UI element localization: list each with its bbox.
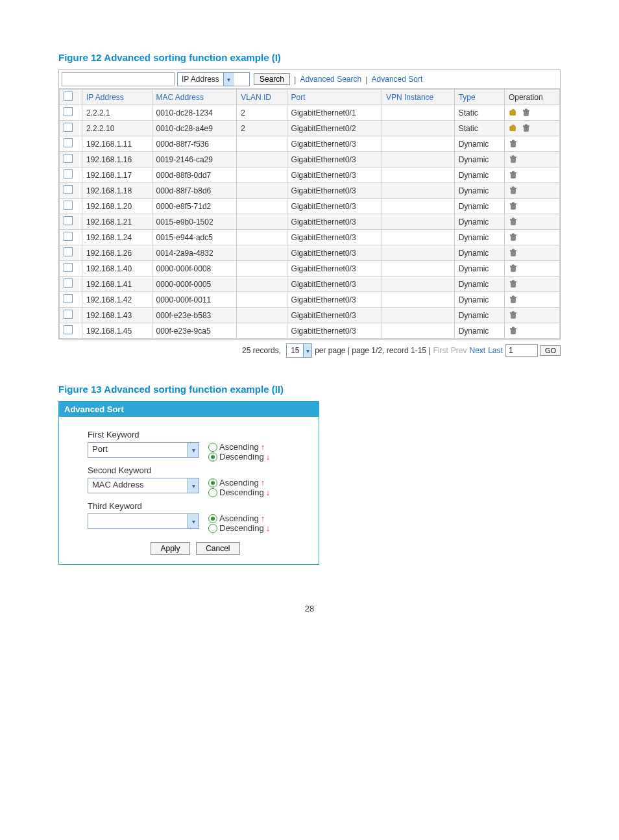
edit-icon[interactable]: [509, 124, 518, 133]
cell-operation: [504, 183, 559, 199]
row-checkbox[interactable]: [64, 294, 73, 303]
cell-vlan: [237, 136, 287, 152]
second-keyword-dropdown[interactable]: MAC Address ▾: [88, 478, 199, 493]
row-checkbox[interactable]: [64, 247, 73, 256]
trash-icon[interactable]: [509, 264, 518, 273]
trash-icon[interactable]: [509, 295, 518, 304]
cell-vpn: [382, 308, 454, 323]
cell-type: Dynamic: [454, 152, 504, 167]
svg-rect-9: [525, 124, 528, 125]
row-checkbox[interactable]: [64, 185, 73, 194]
svg-rect-42: [512, 295, 515, 297]
trash-icon[interactable]: [509, 233, 518, 242]
kw1-asc-radio[interactable]: [208, 443, 217, 452]
trash-icon[interactable]: [509, 171, 518, 180]
col-mac[interactable]: MAC Address: [152, 90, 237, 105]
col-vpn[interactable]: VPN Instance: [382, 90, 454, 105]
records-label: 25 records,: [242, 346, 281, 355]
desc-label: Descending: [219, 452, 264, 462]
apply-button[interactable]: Apply: [151, 542, 189, 555]
search-button[interactable]: Search: [254, 73, 290, 85]
dropdown-value: [88, 514, 188, 528]
svg-rect-25: [511, 220, 515, 225]
row-checkbox[interactable]: [64, 107, 73, 116]
table-row: 192.168.1.160019-2146-ca29GigabitEtherne…: [60, 152, 560, 167]
cancel-button[interactable]: Cancel: [196, 542, 239, 555]
pager-last[interactable]: Last: [488, 346, 503, 355]
second-keyword-label: Second Keyword: [88, 465, 303, 475]
search-input[interactable]: [62, 72, 175, 86]
up-arrow-icon: ↑: [261, 513, 265, 523]
table-header-row: IP Address MAC Address VLAN ID Port VPN …: [60, 90, 560, 105]
svg-rect-46: [511, 329, 515, 334]
kw1-desc-radio[interactable]: [208, 452, 217, 462]
trash-icon[interactable]: [509, 140, 518, 149]
pager-prev: Prev: [451, 346, 467, 355]
row-checkbox[interactable]: [64, 310, 73, 319]
trash-icon[interactable]: [509, 186, 518, 195]
col-ip[interactable]: IP Address: [82, 90, 152, 105]
row-checkbox[interactable]: [64, 201, 73, 210]
row-checkbox[interactable]: [64, 325, 73, 334]
row-checkbox[interactable]: [64, 278, 73, 288]
trash-icon[interactable]: [509, 202, 518, 211]
table-row: 2.2.2.10010-dc28-12342GigabitEthernet0/1…: [60, 105, 560, 121]
row-checkbox[interactable]: [64, 154, 73, 163]
col-port[interactable]: Port: [287, 90, 382, 105]
row-checkbox[interactable]: [64, 232, 73, 241]
row-checkbox[interactable]: [64, 123, 73, 132]
kw3-desc-radio[interactable]: [208, 524, 217, 533]
page-input[interactable]: [505, 344, 538, 357]
svg-rect-14: [511, 156, 516, 158]
kw2-asc-radio[interactable]: [208, 478, 217, 488]
first-keyword-dropdown[interactable]: Port ▾: [88, 442, 199, 458]
svg-rect-35: [511, 266, 516, 267]
third-keyword-dropdown[interactable]: ▾: [88, 513, 199, 529]
cell-operation: [504, 277, 559, 292]
col-type[interactable]: Type: [454, 90, 504, 105]
trash-icon[interactable]: [522, 124, 531, 133]
cell-operation: [504, 121, 559, 136]
trash-icon[interactable]: [522, 108, 531, 117]
trash-icon[interactable]: [509, 280, 518, 289]
dropdown-value: IP Address: [178, 75, 223, 84]
cell-type: Dynamic: [454, 214, 504, 230]
cell-operation: [504, 167, 559, 183]
trash-icon[interactable]: [509, 217, 518, 227]
select-all-checkbox[interactable]: [64, 92, 73, 101]
cell-ip: 192.168.1.40: [82, 261, 152, 277]
trash-icon[interactable]: [509, 311, 518, 320]
advanced-sort-link[interactable]: Advanced Sort: [372, 75, 423, 84]
table-row: 192.168.1.260014-2a9a-4832GigabitEtherne…: [60, 245, 560, 261]
pager-next[interactable]: Next: [470, 346, 486, 355]
svg-rect-40: [511, 298, 515, 303]
col-vlan[interactable]: VLAN ID: [237, 90, 287, 105]
edit-icon[interactable]: [509, 108, 518, 117]
trash-icon[interactable]: [509, 155, 518, 164]
cell-mac: 0000-000f-0005: [152, 277, 237, 292]
svg-rect-11: [511, 141, 516, 142]
kw3-asc-radio[interactable]: [208, 514, 217, 523]
kw2-desc-radio[interactable]: [208, 488, 217, 497]
row-checkbox[interactable]: [64, 169, 73, 179]
cell-ip: 192.168.1.43: [82, 308, 152, 323]
cell-mac: 000d-88f8-0dd7: [152, 167, 237, 183]
table-row: 192.168.1.45000f-e23e-9ca5GigabitEtherne…: [60, 323, 560, 339]
per-page-dropdown[interactable]: 15 ▾: [286, 343, 312, 358]
row-checkbox[interactable]: [64, 263, 73, 272]
trash-icon[interactable]: [509, 249, 518, 258]
asc-label: Ascending: [219, 478, 259, 488]
advanced-search-link[interactable]: Advanced Search: [300, 75, 361, 84]
trash-icon[interactable]: [509, 327, 518, 336]
cell-ip: 192.168.1.42: [82, 292, 152, 308]
figure-12-caption: Figure 12 Advanced sorting function exam…: [58, 52, 580, 63]
go-button[interactable]: GO: [540, 345, 561, 356]
svg-rect-19: [511, 189, 515, 193]
search-field-dropdown[interactable]: IP Address ▾: [177, 72, 250, 86]
down-arrow-icon: ↓: [266, 488, 271, 497]
row-checkbox[interactable]: [64, 216, 73, 225]
row-checkbox[interactable]: [64, 138, 73, 147]
cell-port: GigabitEthernet0/3: [287, 183, 382, 199]
cell-operation: [504, 323, 559, 339]
cell-vlan: 2: [237, 105, 287, 121]
